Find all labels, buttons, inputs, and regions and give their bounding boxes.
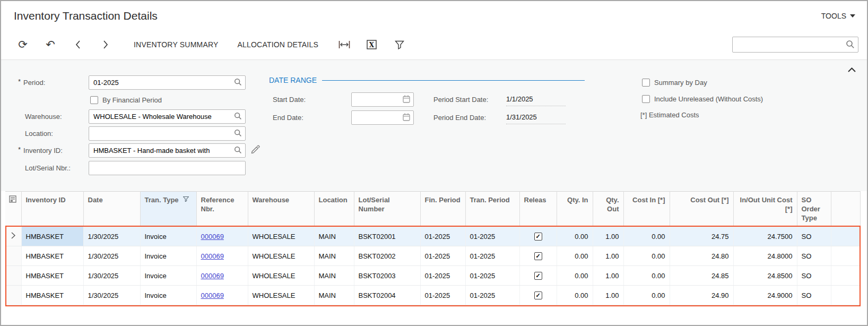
cell-qty_in[interactable]: 0.00 [557,246,593,266]
table-row[interactable]: HMBASKET1/30/2025Invoice000069WHOLESALEM… [5,246,861,266]
released-checkbox-checked-icon[interactable]: ✓ [534,291,542,299]
column-header-inout_unit_cost[interactable]: In/Out Unit Cost [*] [733,192,797,227]
column-header-tran_type[interactable]: Tran. Type [140,192,196,227]
cell-cost_out[interactable]: 24.75 [670,227,733,246]
column-header-so_order_type[interactable]: SO Order Type [797,192,831,227]
cell-location[interactable]: MAIN [314,286,354,305]
cell-qty_out[interactable]: 1.00 [593,227,623,246]
cell-selector[interactable] [5,286,21,305]
cell-cost_out[interactable]: 24.90 [670,286,733,305]
edit-inventory-button[interactable] [250,145,260,155]
cell-so_order_type[interactable]: SO [797,227,831,246]
cell-so_order_type[interactable]: SO [797,286,831,305]
cell-selector[interactable] [5,266,21,286]
cell-warehouse[interactable]: WHOLESALE [248,266,314,286]
cell-qty_in[interactable]: 0.00 [557,227,593,246]
cell-warehouse[interactable]: WHOLESALE [248,227,314,246]
reference-nbr-link[interactable]: 000069 [201,252,224,260]
column-header-qty_out[interactable]: Qty. Out [593,192,623,227]
table-row[interactable]: HMBASKET1/30/2025Invoice000069WHOLESALEM… [5,286,861,305]
cell-cost_in[interactable]: 0.00 [623,227,670,246]
column-header-date[interactable]: Date [83,192,140,227]
cell-inventory_id[interactable]: HMBASKET [21,227,83,246]
cell-fin_period[interactable]: 01-2025 [420,266,465,286]
fit-to-screen-button[interactable] [335,36,353,53]
cell-tran_period[interactable]: 01-2025 [465,266,519,286]
column-header-location[interactable]: Location [314,192,354,227]
column-header-cost_out[interactable]: Cost Out [*] [670,192,733,227]
cell-inventory_id[interactable]: HMBASKET [21,266,83,286]
inventory-id-input[interactable] [89,144,234,157]
cell-location[interactable]: MAIN [314,266,354,286]
cell-cost_out[interactable]: 24.85 [670,266,733,286]
reference-nbr-link[interactable]: 000069 [201,291,224,299]
table-row[interactable]: HMBASKET1/30/2025Invoice000069WHOLESALEM… [5,227,861,246]
column-header-inventory_id[interactable]: Inventory ID [21,192,83,227]
column-header-warehouse[interactable]: Warehouse [248,192,314,227]
column-header-cost_in[interactable]: Cost In [*] [623,192,670,227]
column-header-reference_nbr[interactable]: Reference Nbr. [196,192,248,227]
cell-qty_in[interactable]: 0.00 [557,286,593,305]
search-input[interactable] [732,37,858,53]
cell-tran_period[interactable]: 01-2025 [465,246,519,266]
cell-so_order_type[interactable]: SO [797,246,831,266]
cell-location[interactable]: MAIN [314,246,354,266]
inventory-summary-button[interactable]: INVENTORY SUMMARY [134,40,219,49]
cell-released[interactable]: ✓ [519,286,557,305]
cell-so_order_type[interactable]: SO [797,266,831,286]
cell-inout_unit_cost[interactable]: 24.8000 [733,246,797,266]
released-checkbox-checked-icon[interactable]: ✓ [534,233,542,241]
cell-inventory_id[interactable]: HMBASKET [21,286,83,305]
start-date-input[interactable] [352,93,403,106]
cell-qty_out[interactable]: 1.00 [593,266,623,286]
cell-cost_in[interactable]: 0.00 [623,286,670,305]
cell-cost_in[interactable]: 0.00 [623,266,670,286]
collapse-filter-button[interactable] [848,67,856,72]
calendar-icon[interactable] [403,95,410,105]
cell-inout_unit_cost[interactable]: 24.8500 [733,266,797,286]
next-record-button[interactable] [97,36,115,53]
cell-inventory_id[interactable]: HMBASKET [21,246,83,266]
cell-lot_serial_number[interactable]: BSKT02003 [354,266,420,286]
warehouse-input[interactable] [89,110,234,123]
cell-reference_nbr[interactable]: 000069 [196,227,248,246]
cell-reference_nbr[interactable]: 000069 [196,286,248,305]
lookup-icon[interactable] [234,146,242,156]
lookup-icon[interactable] [234,112,242,122]
cell-reference_nbr[interactable]: 000069 [196,266,248,286]
cell-released[interactable]: ✓ [519,227,557,246]
cell-lot_serial_number[interactable]: BSKT02002 [354,246,420,266]
cell-date[interactable]: 1/30/2025 [83,227,140,246]
cell-tran_period[interactable]: 01-2025 [465,227,519,246]
cell-selector[interactable] [5,227,21,246]
previous-record-button[interactable] [69,36,87,53]
period-input[interactable] [89,76,234,89]
cell-warehouse[interactable]: WHOLESALE [248,246,314,266]
cell-tran_type[interactable]: Invoice [140,286,196,305]
released-checkbox-checked-icon[interactable]: ✓ [534,252,542,260]
cell-location[interactable]: MAIN [314,227,354,246]
tools-menu-button[interactable]: TOOLS [821,10,855,20]
cell-tran_period[interactable]: 01-2025 [465,286,519,305]
cell-released[interactable]: ✓ [519,266,557,286]
cell-selector[interactable] [5,246,21,266]
allocation-details-button[interactable]: ALLOCATION DETAILS [238,40,318,49]
filter-settings-button[interactable] [390,36,409,53]
cell-qty_in[interactable]: 0.00 [557,266,593,286]
cell-date[interactable]: 1/30/2025 [83,266,140,286]
cell-qty_out[interactable]: 1.00 [593,286,623,305]
cell-fin_period[interactable]: 01-2025 [420,246,465,266]
table-row[interactable]: HMBASKET1/30/2025Invoice000069WHOLESALEM… [5,266,861,286]
released-checkbox-checked-icon[interactable]: ✓ [534,272,542,280]
cell-tran_type[interactable]: Invoice [140,246,196,266]
lot-serial-input[interactable] [89,161,245,175]
column-header-tran_period[interactable]: Tran. Period [465,192,519,227]
cell-released[interactable]: ✓ [519,246,557,266]
cell-reference_nbr[interactable]: 000069 [196,246,248,266]
cell-lot_serial_number[interactable]: BSKT02004 [354,286,420,305]
column-header-fin_period[interactable]: Fin. Period [420,192,465,227]
end-date-input[interactable] [352,111,403,124]
cell-fin_period[interactable]: 01-2025 [420,227,465,246]
lookup-icon[interactable] [234,129,242,139]
by-financial-period-checkbox[interactable]: By Financial Period [90,96,162,104]
